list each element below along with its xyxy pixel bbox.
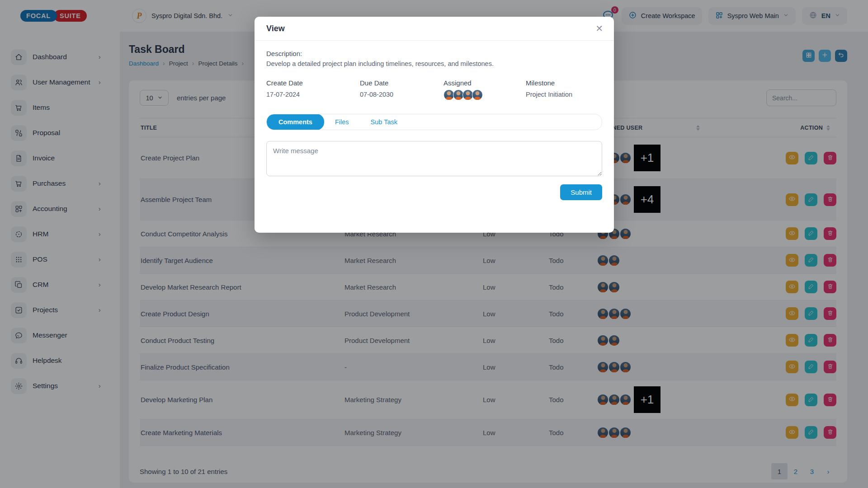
field-assigned: Assigned [443,79,526,100]
tab-sub-task[interactable]: Sub Task [360,114,408,130]
submit-button[interactable]: Submit [560,184,602,200]
task-meta-fields: Create Date17-07-2024Due Date07-08-2030A… [266,79,602,100]
tab-files[interactable]: Files [324,114,360,130]
description-label: Description: [266,50,602,57]
tab-comments[interactable]: Comments [267,114,324,130]
field-value: 17-07-2024 [266,91,360,98]
field-milestone: MilestoneProject Initiation [526,79,572,100]
assigned-avatars [443,89,526,100]
modal-body: Description: Develop a detailed project … [255,41,614,200]
field-label: Assigned [443,79,526,87]
close-icon[interactable]: ✕ [595,24,603,33]
app-root: FOCAL SUITE P Syspro Digital Sdn. Bhd. 0… [0,0,868,488]
comment-input[interactable] [266,141,602,176]
field-create-date: Create Date17-07-2024 [266,79,360,100]
modal-header: View ✕ [255,17,614,41]
field-due-date: Due Date07-08-2030 [360,79,443,100]
field-value: Project Initiation [526,91,572,98]
modal-title: View [266,24,285,33]
field-label: Milestone [526,79,572,87]
description-text: Develop a detailed project plan includin… [266,60,602,67]
modal-tabs: CommentsFilesSub Task [266,114,602,130]
field-label: Due Date [360,79,443,87]
field-label: Create Date [266,79,360,87]
field-value: 07-08-2030 [360,91,443,98]
avatar [472,89,483,100]
view-task-modal: View ✕ Description: Develop a detailed p… [255,17,614,233]
